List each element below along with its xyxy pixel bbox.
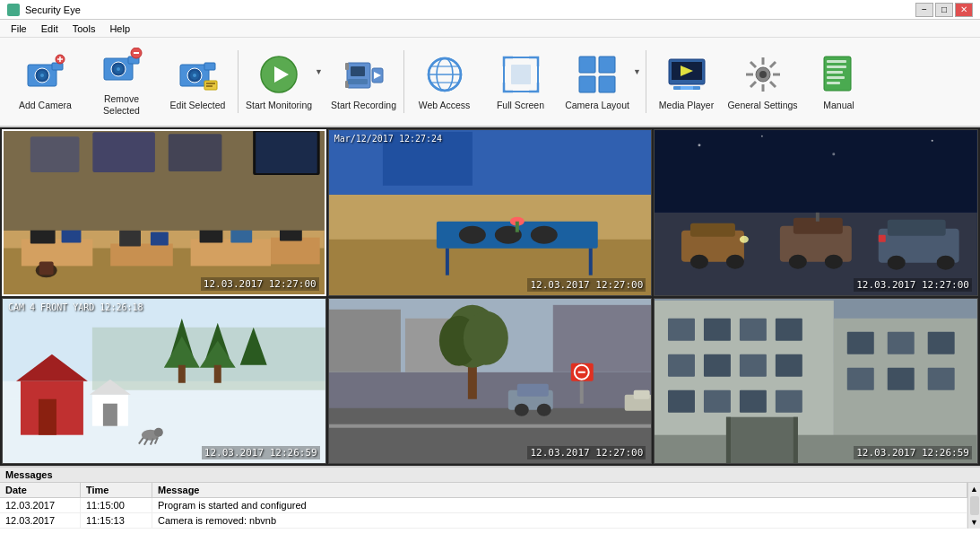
- start-recording-button[interactable]: Start Recording: [325, 42, 402, 121]
- svg-rect-182: [776, 354, 802, 376]
- svg-rect-86: [256, 132, 317, 173]
- svg-rect-139: [39, 398, 56, 434]
- svg-rect-191: [847, 367, 874, 389]
- svg-rect-183: [668, 389, 695, 412]
- svg-rect-41: [599, 57, 615, 73]
- full-screen-icon: [499, 53, 542, 96]
- svg-rect-61: [827, 66, 846, 68]
- sep-2: [403, 50, 404, 113]
- camera-cell-2[interactable]: Mar/12/2017 12:27:24 12.03.2017 12:27:00: [328, 129, 653, 296]
- maximize-button[interactable]: □: [935, 3, 953, 17]
- svg-rect-64: [827, 82, 840, 84]
- add-camera-label: Add Camera: [19, 100, 72, 111]
- media-player-button[interactable]: Media Player: [648, 42, 724, 121]
- title-bar: Security Eye − □ ✕: [0, 0, 980, 20]
- svg-point-112: [789, 255, 807, 269]
- layout-arrow-icon[interactable]: ▼: [633, 67, 641, 96]
- start-monitoring-icon: [257, 53, 300, 96]
- svg-point-117: [937, 256, 955, 270]
- svg-point-11: [117, 67, 120, 71]
- manual-button[interactable]: Manual: [801, 42, 877, 121]
- svg-rect-19: [204, 63, 215, 70]
- remove-selected-button[interactable]: Remove Selected: [83, 42, 160, 121]
- add-camera-button[interactable]: Add Camera: [7, 42, 83, 121]
- svg-point-122: [698, 144, 701, 146]
- message-row-1: 12.03.2017 11:15:00 Program is started a…: [0, 498, 967, 513]
- svg-point-165: [514, 403, 528, 415]
- camera-cell-5[interactable]: 12.03.2017 12:27:00: [328, 298, 653, 465]
- svg-line-58: [750, 82, 756, 87]
- msg-2-time: 11:15:13: [81, 513, 152, 528]
- svg-point-124: [833, 153, 836, 155]
- svg-point-18: [193, 74, 196, 77]
- minimize-button[interactable]: −: [915, 3, 933, 17]
- svg-rect-164: [516, 383, 548, 396]
- app-icon: [7, 4, 20, 16]
- messages-column-headers: Date Time Message: [0, 483, 967, 498]
- svg-rect-160: [329, 424, 652, 427]
- svg-rect-71: [271, 238, 320, 265]
- svg-rect-84: [169, 134, 222, 171]
- svg-rect-154: [552, 304, 651, 372]
- full-screen-button[interactable]: Full Screen: [482, 42, 559, 121]
- svg-rect-179: [668, 354, 695, 376]
- edit-selected-button[interactable]: Edit Selected: [160, 42, 236, 121]
- scroll-down-arrow[interactable]: ▼: [968, 516, 980, 529]
- svg-rect-69: [110, 244, 173, 267]
- monitoring-arrow-icon[interactable]: ▼: [315, 67, 323, 96]
- toolbar: Add Camera Remove Selected: [0, 38, 980, 127]
- camera-cell-4[interactable]: CAM 4 FRONT YARD 12:26:18 12.03.2017 12:…: [2, 298, 326, 465]
- title-bar-controls[interactable]: − □ ✕: [915, 3, 973, 17]
- svg-rect-180: [704, 354, 731, 376]
- svg-rect-152: [329, 309, 401, 372]
- scroll-up-arrow[interactable]: ▲: [968, 483, 980, 495]
- menu-bar: File Edit Tools Help: [0, 20, 980, 38]
- svg-rect-75: [151, 232, 169, 246]
- start-recording-label: Start Recording: [331, 100, 396, 111]
- svg-rect-62: [827, 71, 843, 74]
- camera-layout-button[interactable]: Camera Layout ▼: [559, 42, 644, 121]
- edit-selected-label: Edit Selected: [170, 100, 226, 111]
- svg-rect-192: [888, 367, 915, 389]
- web-access-icon: [423, 53, 466, 96]
- svg-point-166: [536, 403, 551, 415]
- full-screen-label: Full Screen: [497, 100, 544, 111]
- general-settings-button[interactable]: General Settings: [724, 42, 801, 121]
- svg-rect-83: [92, 132, 155, 172]
- camera-cell-3[interactable]: 12.03.2017 12:27:00: [654, 129, 978, 296]
- general-settings-icon: [742, 53, 785, 96]
- camera-2-label: Mar/12/2017 12:27:24: [334, 134, 442, 144]
- col-date: Date: [0, 483, 81, 497]
- svg-rect-142: [103, 403, 117, 425]
- svg-point-125: [932, 140, 933, 142]
- messages-scrollbar[interactable]: ▲ ▼: [967, 483, 980, 529]
- camera-3-timestamp: 12.03.2017 12:27:00: [854, 278, 972, 292]
- camera-cell-6[interactable]: 12.03.2017 12:26:59: [654, 298, 978, 465]
- close-button[interactable]: ✕: [955, 3, 973, 17]
- svg-point-116: [888, 256, 906, 270]
- menu-tools[interactable]: Tools: [65, 22, 103, 36]
- svg-rect-70: [191, 240, 271, 267]
- svg-rect-196: [726, 416, 731, 463]
- svg-rect-134: [214, 364, 221, 382]
- menu-file[interactable]: File: [4, 22, 34, 36]
- menu-help[interactable]: Help: [102, 22, 137, 36]
- svg-point-107: [690, 255, 708, 269]
- camera-grid: 12.03.2017 12:27:00: [0, 127, 980, 466]
- svg-point-96: [459, 226, 486, 244]
- svg-rect-40: [579, 57, 595, 73]
- svg-point-3: [40, 74, 44, 77]
- scroll-thumb[interactable]: [970, 496, 979, 515]
- camera-feed-4: [3, 299, 325, 464]
- menu-edit[interactable]: Edit: [34, 22, 65, 36]
- web-access-button[interactable]: Web Access: [406, 42, 482, 121]
- camera-cell-1[interactable]: 12.03.2017 12:27:00: [2, 129, 326, 296]
- svg-point-98: [530, 226, 557, 244]
- svg-rect-171: [579, 380, 583, 403]
- start-monitoring-button[interactable]: Start Monitoring ▼: [240, 42, 325, 121]
- sep-3: [646, 50, 646, 113]
- svg-rect-189: [888, 331, 915, 354]
- media-player-icon: [665, 53, 708, 96]
- msg-1-message: Program is started and configured: [152, 498, 967, 512]
- camera-feed-5: [329, 299, 652, 464]
